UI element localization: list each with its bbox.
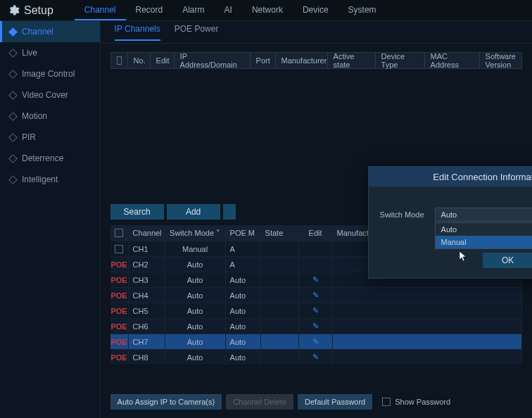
sidebar-item-image-control[interactable]: Image Control [0,63,100,84]
cell-poe-mode: Auto [226,272,261,287]
diamond-icon [8,70,18,79]
diamond-icon [8,112,18,121]
sidebar-item-deterrence[interactable]: Deterrence [0,148,100,169]
sidebar-item-channel[interactable]: Channel [0,21,100,42]
row-badge: POE [110,272,129,287]
cell-edit[interactable]: ✎ [299,303,333,318]
ok-button[interactable]: OK [483,253,532,268]
cell-channel: CH2 [129,257,165,272]
top-table-header: No. Edit IP Address/Domain Port Manufact… [110,52,522,69]
tab-system[interactable]: System [338,0,386,20]
cell-state [261,334,299,349]
sidebar-item-intelligent[interactable]: Intelligent [0,169,100,190]
cell-switch-mode: Auto [165,288,226,303]
top-table-checkall[interactable] [111,53,128,68]
col-manufacturer: Manufacturer [276,53,328,68]
top-bar: Setup Channel Record Alarm AI Network De… [0,0,532,21]
col-mac: MAC Address [425,53,480,68]
cell-poe-mode: A [226,257,261,272]
sidebar-item-label: PIR [22,132,36,142]
cell-edit[interactable]: ✎ [299,334,333,349]
table-row[interactable]: POECH7AutoAuto✎ [110,334,522,349]
app-title: Setup [24,4,53,17]
switch-mode-select[interactable]: Auto ▼ [435,208,532,222]
col-poe-m: POE M [226,225,261,241]
tab-record[interactable]: Record [126,0,173,20]
auto-assign-button[interactable]: Auto Assign IP to Camera(s) [110,394,222,410]
modal-title-bar: Edit Connection Information ✕ [369,167,532,186]
gear-icon [7,4,20,17]
cell-state [261,319,299,334]
diamond-icon [8,133,18,142]
row-badge: POE [110,303,129,318]
sidebar-item-label: Live [22,48,37,58]
lower-checkall[interactable] [110,225,129,241]
select-value: Auto [441,210,457,219]
sidebar-item-label: Image Control [22,69,75,79]
pencil-icon: ✎ [312,322,319,331]
cell-channel: CH8 [129,350,165,365]
col-active: Active state [328,53,376,68]
show-password-toggle[interactable]: Show Password [382,398,450,406]
table-row[interactable]: POECH8AutoAuto✎ [110,349,522,365]
col-ip: IP Address/Domain [175,53,251,68]
pencil-icon: ✎ [312,291,319,300]
cell-state [261,241,299,256]
pencil-icon: ✎ [312,306,319,315]
row-badge [110,241,129,256]
show-password-label: Show Password [395,398,450,406]
cell-manufacturer [333,319,522,334]
diamond-icon [8,27,18,37]
cell-edit[interactable]: ✎ [299,319,333,334]
add-button[interactable]: Add [167,204,220,220]
switch-mode-dropdown: Auto Manual [435,222,532,249]
col-edit-lower: Edit [299,225,333,241]
cell-channel: CH6 [129,319,165,334]
tab-channel[interactable]: Channel [75,0,126,20]
row-badge: POE [110,334,129,349]
action-button-partial[interactable] [223,204,236,220]
main-area: IP Channels POE Power No. Edit IP Addres… [101,21,532,418]
sidebar-item-label: Motion [22,111,47,121]
pencil-icon: ✎ [312,337,319,346]
table-row[interactable]: POECH5AutoAuto✎ [110,303,522,318]
checkbox-icon[interactable] [115,245,123,253]
cell-manufacturer [333,303,522,318]
tab-ai[interactable]: AI [215,0,242,20]
option-manual[interactable]: Manual [436,236,532,248]
cell-edit [299,241,333,256]
channel-delete-button: Channel Delete [226,394,293,410]
default-password-button[interactable]: Default Password [298,394,372,410]
action-buttons: Search Add [110,204,236,220]
sidebar-item-live[interactable]: Live [0,42,100,63]
tab-device[interactable]: Device [293,0,338,20]
cell-channel: CH1 [129,241,165,256]
subtab-ip-channels[interactable]: IP Channels [115,24,160,41]
sidebar-item-motion[interactable]: Motion [0,106,100,127]
table-row[interactable]: POECH4AutoAuto✎ [110,287,522,303]
cell-edit[interactable]: ✎ [299,288,333,303]
sidebar-item-pir[interactable]: PIR [0,127,100,148]
tab-network[interactable]: Network [242,0,293,20]
option-auto[interactable]: Auto [436,223,532,236]
top-tabs: Channel Record Alarm AI Network Device S… [75,0,386,20]
table-row[interactable]: POECH6AutoAuto✎ [110,318,522,334]
pencil-icon: ✎ [312,275,319,284]
cell-poe-mode: Auto [226,303,261,318]
cell-switch-mode: Auto [165,334,226,349]
checkbox-icon [382,398,391,406]
sidebar-item-video-cover[interactable]: Video Cover [0,84,100,106]
search-button[interactable]: Search [110,204,164,220]
row-badge: POE [110,288,129,303]
cell-edit[interactable]: ✎ [299,272,333,287]
cell-poe-mode: Auto [226,319,261,334]
col-port: Port [251,53,276,68]
col-no: No. [128,53,151,68]
cell-edit[interactable]: ✎ [299,350,333,365]
modal-title: Edit Connection Information [433,172,532,182]
subtab-poe-power[interactable]: POE Power [175,24,219,41]
cell-switch-mode: Auto [165,257,226,272]
edit-connection-modal: Edit Connection Information ✕ Switch Mod… [368,166,532,279]
tab-alarm[interactable]: Alarm [172,0,214,20]
col-switch-mode[interactable]: Switch Mode ˅ [165,225,226,241]
